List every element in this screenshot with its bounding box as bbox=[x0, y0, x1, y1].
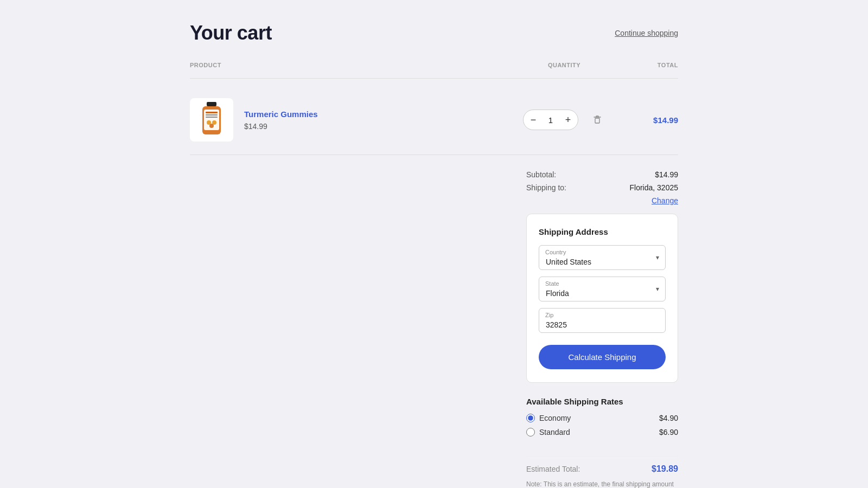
cart-header: Your cart Continue shopping bbox=[190, 22, 678, 44]
estimated-total-value: $19.89 bbox=[652, 464, 678, 474]
shipping-to-row: Shipping to: Florida, 32025 bbox=[526, 183, 678, 192]
summary-section: Subtotal: $14.99 Shipping to: Florida, 3… bbox=[190, 170, 678, 488]
zip-field: Zip bbox=[539, 308, 666, 333]
delete-item-button[interactable] bbox=[589, 111, 605, 129]
shipping-to-label: Shipping to: bbox=[526, 183, 566, 192]
rate-economy-label[interactable]: Economy bbox=[526, 414, 571, 422]
shipping-address-title: Shipping Address bbox=[539, 227, 666, 236]
estimated-total-label: Estimated Total: bbox=[526, 465, 580, 473]
increase-qty-button[interactable]: + bbox=[558, 110, 578, 130]
svg-rect-3 bbox=[206, 112, 218, 113]
trash-icon bbox=[592, 114, 602, 124]
item-info: Turmeric Gummies $14.99 bbox=[244, 110, 318, 131]
item-total: $14.99 bbox=[624, 115, 678, 125]
cart-item: Turmeric Gummies $14.99 − 1 + $14.99 bbox=[190, 89, 678, 150]
svg-point-8 bbox=[209, 124, 214, 128]
cart-columns: PRODUCT QUANTITY TOTAL bbox=[190, 62, 678, 74]
column-quantity: QUANTITY bbox=[505, 62, 624, 68]
calculate-shipping-button[interactable]: Calculate Shipping bbox=[539, 345, 666, 369]
state-field: State Florida ▾ bbox=[539, 277, 666, 301]
rate-standard: Standard $6.90 bbox=[526, 428, 678, 436]
shipping-to-value: Florida, 32025 bbox=[629, 183, 678, 192]
decrease-qty-button[interactable]: − bbox=[524, 110, 543, 130]
change-shipping-link[interactable]: Change bbox=[652, 196, 678, 205]
subtotal-value: $14.99 bbox=[655, 170, 678, 179]
quantity-stepper: − 1 + bbox=[523, 110, 578, 130]
header-divider bbox=[190, 78, 678, 79]
estimated-total-row: Estimated Total: $19.89 bbox=[526, 464, 678, 474]
subtotal-row: Subtotal: $14.99 bbox=[526, 170, 678, 179]
product-image-svg bbox=[197, 101, 226, 139]
svg-rect-5 bbox=[206, 117, 218, 118]
country-select[interactable]: United States bbox=[539, 245, 666, 270]
page-title: Your cart bbox=[190, 22, 272, 44]
rate-standard-label[interactable]: Standard bbox=[526, 428, 570, 436]
column-total: TOTAL bbox=[624, 62, 678, 68]
rate-economy-name: Economy bbox=[539, 414, 571, 422]
estimated-total-section: Estimated Total: $19.89 Note: This is an… bbox=[526, 456, 678, 488]
estimate-note: Note: This is an estimate, the final shi… bbox=[526, 479, 678, 488]
quantity-value: 1 bbox=[543, 115, 558, 125]
rate-standard-price: $6.90 bbox=[659, 428, 678, 436]
cart-divider bbox=[190, 155, 678, 155]
rate-standard-name: Standard bbox=[539, 428, 570, 436]
state-select[interactable]: Florida bbox=[539, 277, 666, 301]
quantity-controls: − 1 + bbox=[505, 110, 624, 130]
svg-rect-9 bbox=[595, 118, 599, 123]
rates-title: Available Shipping Rates bbox=[526, 397, 678, 406]
available-rates-section: Available Shipping Rates Economy $4.90 S… bbox=[526, 397, 678, 442]
rate-economy-radio[interactable] bbox=[526, 414, 535, 422]
shipping-address-box: Shipping Address Country United States ▾… bbox=[526, 214, 678, 383]
rate-standard-radio[interactable] bbox=[526, 428, 535, 436]
rate-economy-price: $4.90 bbox=[659, 414, 678, 422]
rate-economy: Economy $4.90 bbox=[526, 414, 678, 422]
svg-rect-4 bbox=[206, 114, 218, 115]
item-image bbox=[190, 98, 233, 142]
item-product: Turmeric Gummies $14.99 bbox=[190, 98, 505, 142]
svg-rect-0 bbox=[207, 102, 216, 106]
continue-shopping-link[interactable]: Continue shopping bbox=[615, 29, 678, 37]
zip-input[interactable] bbox=[539, 308, 666, 333]
country-field: Country United States ▾ bbox=[539, 245, 666, 270]
item-price: $14.99 bbox=[244, 122, 318, 131]
subtotal-label: Subtotal: bbox=[526, 170, 556, 179]
column-product: PRODUCT bbox=[190, 62, 505, 68]
item-name: Turmeric Gummies bbox=[244, 110, 318, 119]
